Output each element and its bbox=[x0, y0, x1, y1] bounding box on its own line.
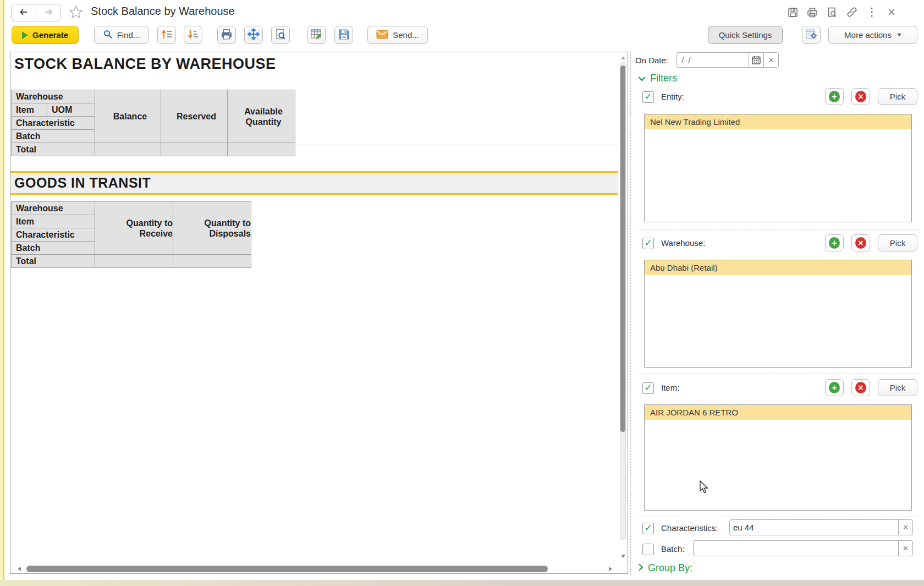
close-icon[interactable] bbox=[886, 6, 898, 18]
save-report-button[interactable] bbox=[334, 26, 353, 44]
vertical-scroll-thumb[interactable] bbox=[620, 65, 625, 432]
generate-button[interactable]: Generate bbox=[12, 26, 79, 44]
calendar-icon[interactable] bbox=[749, 53, 763, 67]
fit-to-page-button[interactable] bbox=[244, 26, 263, 44]
find-button[interactable]: Find... bbox=[94, 26, 148, 44]
item-checkbox[interactable]: ✓ bbox=[642, 382, 654, 394]
send-button[interactable]: Send... bbox=[367, 26, 428, 44]
stock-header-uom: UOM bbox=[47, 103, 95, 117]
on-date-input[interactable]: / / bbox=[676, 53, 749, 67]
table-edit-icon bbox=[310, 28, 323, 42]
report-settings-button[interactable] bbox=[802, 26, 821, 44]
warehouse-clear-button[interactable]: × bbox=[851, 234, 870, 251]
entity-add-button[interactable]: + bbox=[825, 88, 844, 105]
back-button[interactable] bbox=[12, 4, 36, 21]
scroll-left-arrow[interactable] bbox=[18, 567, 21, 571]
add-plus-icon: + bbox=[829, 237, 840, 249]
favorite-star-icon[interactable] bbox=[68, 4, 84, 22]
scroll-right-arrow[interactable] bbox=[609, 567, 612, 571]
floppy-disk-icon bbox=[338, 28, 350, 42]
warehouse-label: Warehouse: bbox=[661, 238, 705, 248]
batch-input[interactable] bbox=[694, 541, 898, 556]
stock-total-available bbox=[228, 143, 295, 156]
quick-settings-button[interactable]: Quick Settings bbox=[708, 26, 783, 44]
warehouse-list[interactable]: Abu Dhabi (Retail) bbox=[644, 260, 912, 368]
entity-label: Entity: bbox=[661, 92, 684, 101]
section-divider bbox=[637, 517, 920, 517]
more-menu-icon[interactable] bbox=[866, 6, 878, 18]
window-bottom-edge bbox=[0, 580, 924, 586]
application-window: Stock Balance by Warehouse Generate Find… bbox=[0, 0, 924, 586]
item-add-button[interactable]: + bbox=[825, 379, 844, 396]
search-icon bbox=[103, 29, 113, 41]
more-actions-button[interactable]: More actions bbox=[828, 26, 917, 44]
sort-descending-button[interactable] bbox=[184, 26, 202, 44]
get-link-icon[interactable] bbox=[846, 6, 858, 18]
entity-list-item[interactable]: Nel New Trading Limited bbox=[645, 114, 911, 129]
transit-header-disposals: Quantity to Disposals bbox=[173, 202, 251, 255]
print-button[interactable] bbox=[217, 26, 236, 44]
warehouse-add-button[interactable]: + bbox=[825, 234, 844, 251]
stock-header-warehouse: Warehouse bbox=[12, 90, 95, 103]
edit-table-button[interactable] bbox=[307, 26, 326, 44]
item-pick-button[interactable]: Pick bbox=[878, 379, 917, 396]
item-list-item[interactable]: AIR JORDAN 6 RETRO bbox=[645, 405, 911, 420]
report-horizontal-scrollbar[interactable] bbox=[10, 565, 618, 573]
stock-balance-table: Warehouse Balance Reserved Available Qua… bbox=[11, 90, 295, 156]
find-label: Find... bbox=[117, 30, 140, 40]
remove-x-icon: × bbox=[855, 382, 866, 393]
item-filter-row: ✓ Item: + × Pick bbox=[632, 379, 924, 397]
characteristics-input[interactable] bbox=[730, 520, 898, 535]
characteristics-field: × bbox=[729, 519, 913, 535]
transit-header-batch: Batch bbox=[12, 242, 95, 255]
batch-checkbox[interactable] bbox=[642, 544, 654, 555]
play-icon bbox=[22, 31, 28, 39]
filters-section-header[interactable]: Filters bbox=[638, 73, 677, 84]
report-title: STOCK BALANCE BY WAREHOUSE bbox=[14, 56, 276, 73]
clear-date-button[interactable]: × bbox=[763, 53, 778, 67]
print-icon[interactable] bbox=[806, 6, 818, 18]
stock-header-item: Item bbox=[12, 103, 47, 117]
save-settings-icon[interactable] bbox=[787, 6, 799, 18]
chevron-right-icon bbox=[638, 562, 644, 574]
horizontal-scroll-thumb[interactable] bbox=[26, 566, 548, 572]
vertical-scroll-track[interactable] bbox=[620, 62, 626, 540]
entity-clear-button[interactable]: × bbox=[851, 88, 870, 105]
characteristics-filter-row: ✓ Characteristics: × bbox=[632, 519, 924, 537]
chevron-down-icon bbox=[638, 73, 646, 84]
item-clear-button[interactable]: × bbox=[851, 379, 870, 396]
entity-list[interactable]: Nel New Trading Limited bbox=[644, 114, 912, 222]
batch-filter-row: Batch: × bbox=[632, 540, 924, 558]
entity-filter-row: ✓ Entity: + × Pick bbox=[632, 88, 924, 106]
on-date-row: On Date: / / × bbox=[635, 52, 779, 68]
warehouse-list-item[interactable]: Abu Dhabi (Retail) bbox=[645, 260, 911, 275]
forward-button[interactable] bbox=[36, 4, 61, 21]
transit-header-warehouse: Warehouse bbox=[12, 202, 95, 215]
check-icon: ✓ bbox=[644, 523, 652, 533]
entity-pick-button[interactable]: Pick bbox=[878, 88, 917, 105]
title-bar: Stock Balance by Warehouse bbox=[0, 0, 924, 24]
clear-batch-button[interactable]: × bbox=[898, 541, 912, 556]
clear-characteristics-button[interactable]: × bbox=[898, 520, 912, 535]
group-by-label: Group By: bbox=[648, 562, 692, 574]
print-preview-icon[interactable] bbox=[826, 6, 838, 18]
scroll-up-arrow[interactable] bbox=[621, 56, 625, 59]
report-vertical-scrollbar[interactable] bbox=[618, 53, 628, 565]
transit-header-receive: Quantity to Receive bbox=[95, 202, 173, 255]
warehouse-pick-button[interactable]: Pick bbox=[878, 234, 917, 251]
preview-button[interactable] bbox=[271, 26, 290, 44]
stock-header-characteristic: Characteristic bbox=[12, 117, 95, 130]
report-canvas: STOCK BALANCE BY WAREHOUSE Warehouse Bal… bbox=[10, 52, 628, 574]
titlebar-actions bbox=[787, 6, 898, 18]
scroll-down-arrow[interactable] bbox=[621, 555, 625, 558]
sort-ascending-button[interactable] bbox=[157, 26, 176, 44]
check-icon: ✓ bbox=[644, 383, 652, 392]
navigation-buttons bbox=[11, 4, 61, 21]
characteristics-checkbox[interactable]: ✓ bbox=[642, 523, 654, 534]
item-list[interactable]: AIR JORDAN 6 RETRO bbox=[644, 404, 912, 511]
transit-total-label: Total bbox=[12, 255, 95, 268]
entity-checkbox[interactable]: ✓ bbox=[642, 91, 654, 103]
generate-label: Generate bbox=[32, 30, 68, 40]
warehouse-checkbox[interactable]: ✓ bbox=[642, 238, 654, 249]
group-by-section-header[interactable]: Group By: bbox=[638, 562, 692, 574]
